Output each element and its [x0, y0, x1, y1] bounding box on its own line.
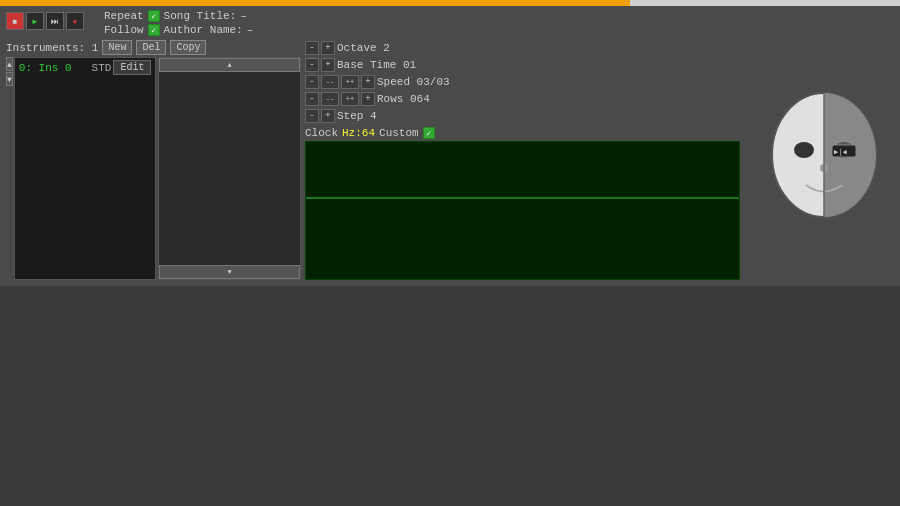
svg-point-3 — [794, 142, 814, 158]
custom-label: Custom — [379, 127, 419, 139]
rows-double-plus-button[interactable]: ++ — [341, 92, 359, 106]
scroll-up-arrow[interactable]: ▲ — [6, 57, 13, 71]
new-instrument-button[interactable]: New — [102, 40, 132, 55]
speed-plus-button[interactable]: + — [361, 75, 375, 89]
stop-button[interactable]: ■ — [6, 12, 24, 30]
instruments-header: Instruments: 1 New Del Copy — [6, 40, 301, 55]
clock-label: Clock — [305, 127, 338, 139]
logo-area: ▶|◀ — [754, 40, 894, 280]
basetime-row: - + Base Time 01 — [305, 57, 450, 73]
step-minus-button[interactable]: - — [305, 109, 319, 123]
pattern-area[interactable] — [305, 141, 740, 280]
octave-minus-button[interactable]: - — [305, 41, 319, 55]
follow-checkbox[interactable]: ✓ — [148, 24, 160, 36]
octave-label: Octave 2 — [337, 42, 390, 54]
author-name-label: Author Name: — [164, 24, 243, 36]
author-name-value: – — [247, 24, 254, 36]
clock-value: Hz:64 — [342, 127, 375, 139]
basetime-label: Base Time 01 — [337, 59, 416, 71]
param-controls: - + Octave 2 - + Base Time 01 - -- ++ — [305, 40, 450, 139]
follow-label: Follow — [104, 24, 144, 36]
mask-logo: ▶|◀ — [764, 90, 884, 230]
step-label: Step 4 — [337, 110, 377, 122]
instruments-panel: Instruments: 1 New Del Copy ▲ ▼ 0: Ins 0… — [6, 40, 301, 280]
transport-controls: ■ ▶ ⏭ ● — [6, 12, 84, 30]
record-button[interactable]: ● — [66, 12, 84, 30]
scroll-down-arrow[interactable]: ▼ — [6, 72, 13, 86]
song-title-label: Song Title: — [164, 10, 237, 22]
pattern-panel: - + Octave 2 - + Base Time 01 - -- ++ — [305, 40, 740, 280]
svg-text:▶|◀: ▶|◀ — [834, 148, 847, 156]
rows-double-minus-button[interactable]: -- — [321, 92, 339, 106]
octave-plus-button[interactable]: + — [321, 41, 335, 55]
del-instrument-button[interactable]: Del — [136, 40, 166, 55]
speed-row: - -- ++ + Speed 03/03 — [305, 74, 450, 90]
basetime-minus-button[interactable]: - — [305, 58, 319, 72]
rows-plus-button[interactable]: + — [361, 92, 375, 106]
scrollbar-up-button[interactable]: ▲ — [159, 58, 300, 72]
custom-checkbox[interactable]: ✓ — [423, 127, 435, 139]
rows-row: - -- ++ + Rows 064 — [305, 91, 450, 107]
copy-instrument-button[interactable]: Copy — [170, 40, 206, 55]
rows-minus-button[interactable]: - — [305, 92, 319, 106]
song-title-value: – — [240, 10, 247, 22]
instruments-label: Instruments: 1 — [6, 42, 98, 54]
repeat-label: Repeat — [104, 10, 144, 22]
speed-double-minus-button[interactable]: -- — [321, 75, 339, 89]
list-item[interactable]: 0: Ins 0 STD Edit — [15, 58, 156, 77]
next-button[interactable]: ⏭ — [46, 12, 64, 30]
pattern-line — [306, 197, 739, 199]
repeat-checkbox[interactable]: ✓ — [148, 10, 160, 22]
vertical-scrollbar: ▲ ▼ — [158, 57, 301, 280]
instrument-type: STD — [92, 62, 112, 74]
step-row: - + Step 4 — [305, 108, 450, 124]
edit-instrument-button[interactable]: Edit — [113, 60, 151, 75]
play-button[interactable]: ▶ — [26, 12, 44, 30]
speed-double-plus-button[interactable]: ++ — [341, 75, 359, 89]
basetime-plus-button[interactable]: + — [321, 58, 335, 72]
controls-row: - + Octave 2 - + Base Time 01 - -- ++ — [305, 40, 740, 139]
rows-label: Rows 064 — [377, 93, 430, 105]
std-edit-area: STD Edit — [92, 60, 152, 75]
octave-row: - + Octave 2 — [305, 40, 450, 56]
song-info: Repeat ✓ Song Title: – Follow ✓ Author N… — [104, 10, 253, 36]
clock-row: Clock Hz:64 Custom ✓ — [305, 127, 450, 139]
speed-minus-button[interactable]: - — [305, 75, 319, 89]
bottom-area — [0, 286, 900, 506]
speed-label: Speed 03/03 — [377, 76, 450, 88]
scrollbar-down-button[interactable]: ▼ — [159, 265, 300, 279]
step-plus-button[interactable]: + — [321, 109, 335, 123]
instrument-name: 0: Ins 0 — [19, 62, 72, 74]
instruments-list: 0: Ins 0 STD Edit — [14, 57, 157, 280]
